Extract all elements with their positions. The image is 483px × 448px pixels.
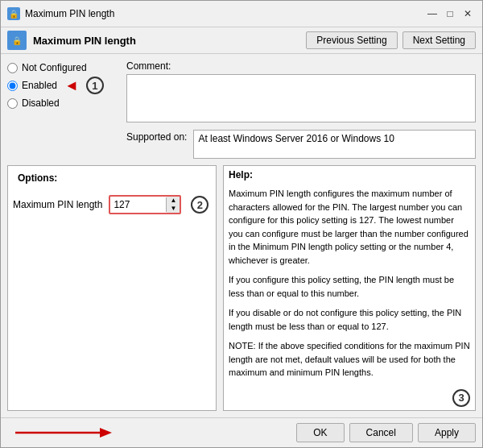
pin-value-input[interactable] bbox=[110, 197, 167, 212]
ok-button[interactable]: OK bbox=[296, 423, 344, 442]
options-content: Maximum PIN length ▲ ▼ 2 bbox=[8, 190, 216, 219]
annotation-badge-2: 2 bbox=[191, 196, 208, 214]
help-title: Help: bbox=[224, 166, 475, 184]
help-paragraph-4: NOTE: If the above specified conditions … bbox=[229, 339, 470, 380]
header-bar: 🔒 Maximum PIN length Previous Setting Ne… bbox=[1, 27, 482, 54]
top-section: Not Configured Enabled ◄ 1 Disabled bbox=[7, 60, 476, 159]
help-content: Maximum PIN length configures the maximu… bbox=[224, 184, 475, 410]
arrow-svg bbox=[15, 425, 112, 441]
bottom-section: Options: Maximum PIN length ▲ ▼ 2 bbox=[7, 165, 476, 411]
radio-enabled-label: Enabled bbox=[22, 80, 57, 91]
spin-buttons: ▲ ▼ bbox=[167, 197, 180, 213]
main-window: 🔒 Maximum PIN length — □ ✕ 🔒 Maximum PIN… bbox=[0, 0, 483, 448]
help-panel: Help: Maximum PIN length configures the … bbox=[223, 165, 476, 411]
bottom-bar: OK Cancel Apply bbox=[1, 417, 482, 447]
help-paragraph-2: If you configure this policy setting, th… bbox=[229, 273, 470, 300]
spin-up-button[interactable]: ▲ bbox=[167, 197, 180, 205]
header-icon: 🔒 bbox=[7, 31, 27, 50]
radio-enabled[interactable]: Enabled ◄ 1 bbox=[7, 77, 120, 94]
pin-length-label: Maximum PIN length bbox=[13, 199, 102, 210]
help-paragraph-1: Maximum PIN length configures the maximu… bbox=[229, 187, 470, 267]
comment-input[interactable] bbox=[126, 74, 476, 122]
radio-not-configured-label: Not Configured bbox=[22, 62, 87, 73]
window-icon: 🔒 bbox=[7, 7, 20, 20]
window-title: Maximum PIN length bbox=[25, 8, 114, 19]
next-setting-button[interactable]: Next Setting bbox=[402, 31, 476, 49]
bottom-arrow bbox=[7, 425, 291, 441]
annotation-badge-3: 3 bbox=[452, 389, 470, 407]
supported-value: At least Windows Server 2016 or Windows … bbox=[193, 130, 476, 159]
enabled-arrow-icon: ◄ bbox=[64, 77, 79, 94]
supported-section: Supported on: At least Windows Server 20… bbox=[126, 130, 476, 159]
options-title: Options: bbox=[13, 169, 62, 187]
radio-enabled-input[interactable] bbox=[7, 81, 18, 91]
left-panel: Not Configured Enabled ◄ 1 Disabled bbox=[7, 60, 120, 159]
main-content: Not Configured Enabled ◄ 1 Disabled bbox=[1, 54, 482, 417]
title-bar: 🔒 Maximum PIN length — □ ✕ bbox=[1, 1, 482, 27]
supported-label: Supported on: bbox=[126, 130, 187, 159]
header-title: Maximum PIN length bbox=[33, 35, 306, 47]
spin-down-button[interactable]: ▼ bbox=[167, 205, 180, 213]
pin-spinner: ▲ ▼ bbox=[109, 195, 181, 214]
radio-group: Not Configured Enabled ◄ 1 Disabled bbox=[7, 62, 120, 109]
right-panel: Comment: Supported on: At least Windows … bbox=[126, 60, 476, 159]
radio-disabled-input[interactable] bbox=[7, 98, 18, 109]
apply-button[interactable]: Apply bbox=[418, 423, 476, 442]
header-buttons: Previous Setting Next Setting bbox=[306, 31, 476, 49]
radio-disabled[interactable]: Disabled bbox=[7, 97, 120, 109]
cancel-button[interactable]: Cancel bbox=[349, 423, 413, 442]
title-controls: — □ ✕ bbox=[424, 6, 476, 22]
radio-not-configured-input[interactable] bbox=[7, 63, 18, 73]
title-left: 🔒 Maximum PIN length bbox=[7, 7, 114, 20]
comment-label: Comment: bbox=[126, 60, 476, 72]
close-button[interactable]: ✕ bbox=[460, 6, 476, 22]
annotation-badge-1: 1 bbox=[86, 77, 104, 94]
maximize-button[interactable]: □ bbox=[442, 6, 458, 22]
options-panel: Options: Maximum PIN length ▲ ▼ 2 bbox=[7, 165, 217, 411]
help-paragraph-3: If you disable or do not configure this … bbox=[229, 306, 470, 333]
radio-disabled-label: Disabled bbox=[22, 97, 60, 109]
svg-marker-1 bbox=[100, 428, 112, 438]
previous-setting-button[interactable]: Previous Setting bbox=[306, 31, 397, 49]
radio-not-configured[interactable]: Not Configured bbox=[7, 62, 120, 73]
minimize-button[interactable]: — bbox=[424, 6, 440, 22]
